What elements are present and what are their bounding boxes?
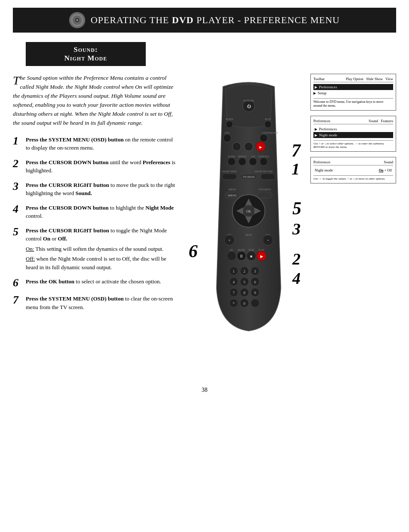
step-5-text: Press the CURSOR RIGHT button to toggle …: [26, 226, 176, 272]
svg-point-15: [244, 142, 253, 151]
svg-text:OK: OK: [246, 210, 251, 213]
svg-point-13: [260, 134, 268, 142]
svg-text:TV/DVD: TV/DVD: [243, 175, 254, 179]
svg-text:SMART SRND: SMART SRND: [222, 170, 237, 173]
badge-1: 1: [292, 159, 300, 178]
svg-text:+: +: [228, 238, 231, 243]
svg-text:A-B: A-B: [251, 155, 255, 158]
header-logo: [69, 12, 85, 28]
arrow-icon-2: ▶: [313, 91, 316, 95]
badge-3: 3: [292, 219, 301, 238]
header-text-rest: Player - Preference Menu: [194, 15, 340, 25]
step-6-bold: Press the OK button: [26, 278, 75, 285]
svg-point-2: [76, 19, 78, 21]
step-1-bold: Press the SYSTEM MENU (OSD) button: [26, 136, 123, 143]
header-title: Operating the DVD Player - Preference Me…: [90, 15, 340, 26]
svg-text:9: 9: [254, 291, 256, 295]
step-7: 7 Press the SYSTEM MENU (OSD) button to …: [13, 295, 176, 311]
svg-rect-28: [222, 174, 237, 180]
scr3-footer: Use ← to toggle the values. ↑ or ↓ to mo…: [313, 175, 393, 180]
svg-text:▶: ▶: [259, 145, 262, 149]
arrow-icon-3: ▶: [315, 127, 317, 131]
svg-point-9: [265, 121, 271, 128]
svg-text:1: 1: [233, 269, 235, 274]
scr1-header: Toolbar Play Option Slide Show View: [313, 77, 393, 82]
svg-text:SYSTEM/OSD: SYSTEM/OSD: [262, 132, 278, 134]
svg-point-22: [228, 158, 235, 165]
header-text-operating: Operating the: [90, 15, 172, 25]
scr1-preferences-label: Preferences: [319, 85, 337, 89]
screenshots-panel: Toolbar Play Option Slide Show View ▶ Pr…: [310, 74, 396, 183]
step-4-number: 4: [13, 204, 22, 215]
svg-point-24: [249, 158, 257, 165]
step-1: 1 Press the SYSTEM MENU (OSD) button on …: [13, 135, 176, 152]
step-1-number: 1: [13, 135, 22, 147]
svg-text:6: 6: [254, 280, 256, 284]
scr2-left: Preferences: [313, 119, 331, 123]
svg-text:SLEEP: SLEEP: [226, 118, 233, 120]
svg-text:MENU: MENU: [228, 194, 237, 197]
scr2-nightmode-label: Night mode: [319, 133, 337, 137]
svg-text:AUDIO: AUDIO: [228, 155, 235, 158]
scr1-row-preferences: ▶ Preferences: [313, 84, 393, 90]
intro-paragraph: The Sound option within the Preference M…: [13, 74, 176, 128]
step-4: 4 Press the CURSOR DOWN button to highli…: [13, 204, 176, 220]
scr2-right: Sound Features: [369, 119, 393, 123]
drop-cap: T: [13, 75, 20, 87]
svg-point-84: [251, 299, 259, 307]
step-1-text: Press the SYSTEM MENU (OSD) button on th…: [26, 135, 176, 152]
step-2-text: Press the CURSOR DOWN button until the w…: [26, 158, 176, 175]
step-4-bold: Press the CURSOR DOWN button: [26, 204, 108, 211]
svg-text:8: 8: [244, 291, 246, 295]
svg-point-23: [238, 158, 246, 165]
svg-text:PAUSE: PAUSE: [238, 249, 246, 251]
svg-text:POWER: POWER: [244, 99, 254, 102]
step-5-off: Off: when the Night Mode control is set …: [26, 255, 176, 271]
scr2-row-preferences: ▶ Preferences: [313, 126, 393, 132]
svg-text:0: 0: [244, 301, 246, 306]
scr1-toolbar: Toolbar: [313, 77, 325, 81]
screenshot-1: Toolbar Play Option Slide Show View ▶ Pr…: [310, 74, 396, 111]
section-title-line2: Night Mode: [34, 54, 137, 63]
step-3-bold: Press the CURSOR RIGHT button: [26, 182, 109, 188]
header-text-dvd: DVD: [172, 15, 194, 25]
svg-rect-31: [261, 174, 275, 180]
step-3-number: 3: [13, 181, 22, 192]
scr3-onoff: On • Off: [379, 168, 392, 172]
steps-list: 1 Press the SYSTEM MENU (OSD) button on …: [13, 135, 176, 312]
svg-text:2: 2: [244, 269, 246, 274]
scr3-right: Sound: [384, 160, 393, 164]
page-number: 38: [0, 387, 409, 402]
svg-text:4: 4: [233, 280, 235, 284]
scr1-setup-label: Setup: [318, 91, 327, 95]
step-7-bold: Press the SYSTEM MENU (OSD) button: [26, 295, 123, 302]
header-bar: Operating the DVD Player - Preference Me…: [13, 8, 396, 33]
svg-text:5: 5: [244, 280, 246, 284]
screenshot-3: Preferences Sound Night mode On • Off Us…: [310, 157, 396, 183]
scr2-row-nightmode: ▶ Night mode: [313, 132, 393, 138]
svg-point-25: [260, 158, 268, 165]
section-title-line1: Sound:: [34, 45, 137, 54]
step-5: 5 Press the CURSOR RIGHT button to toggl…: [13, 226, 176, 272]
scr1-footer: Welcome to DVD menu. Use navigation keys…: [313, 98, 393, 108]
step-5-number: 5: [13, 226, 22, 237]
scr2-footer: Use ↑ or ↓ to select other options. → to…: [313, 140, 393, 149]
svg-point-12: [223, 134, 231, 142]
badge-7: 7: [292, 140, 301, 161]
section-heading: Sound: Night Mode: [26, 42, 146, 66]
step-2-number: 2: [13, 158, 22, 169]
svg-text:⏻: ⏻: [247, 104, 251, 108]
badge-6: 6: [189, 241, 198, 261]
svg-text:-: -: [267, 237, 269, 243]
svg-point-55: [227, 251, 236, 261]
scr1-row-setup: ▶ Setup: [313, 90, 393, 96]
scr1-items: Play Option Slide Show View: [346, 77, 393, 81]
step-6-number: 6: [13, 277, 22, 289]
remote-control: ⏻ POWER SLEEP SLOT OTV SYSTEM/OSD ▶ AUDI…: [197, 74, 300, 374]
badge-2: 2: [292, 249, 301, 268]
step-6-text: Press the OK button to select or activat…: [26, 277, 161, 286]
right-column: ⏻ POWER SLEEP SLOT OTV SYSTEM/OSD ▶ AUDI…: [184, 74, 396, 374]
svg-text:▶: ▶: [260, 254, 263, 258]
svg-text:3: 3: [254, 269, 256, 274]
svg-text:DVD MENU: DVD MENU: [259, 188, 271, 191]
